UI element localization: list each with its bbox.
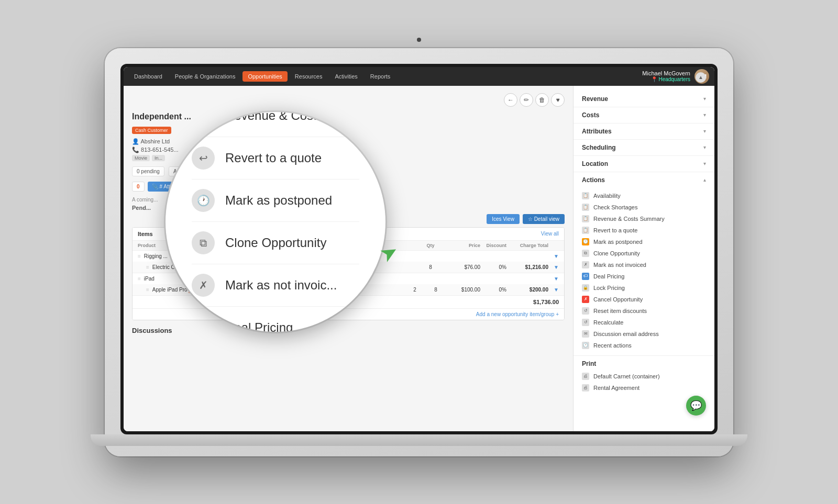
action-not-invoiced[interactable]: ✗ Mark as not invoiced bbox=[582, 259, 706, 271]
sidebar-section-actions: Actions ▴ 📋 Availability 📋 Check Shortag… bbox=[574, 172, 714, 356]
sidebar-attributes-header[interactable]: Attributes ▾ bbox=[574, 124, 714, 139]
nav-item-opportunities[interactable]: Opportunities bbox=[242, 71, 287, 82]
action-lock-pricing[interactable]: 🔒 Lock Pricing bbox=[582, 282, 706, 294]
scheduling-title: Scheduling bbox=[582, 144, 616, 151]
postponed-label: Mark as postponed bbox=[225, 193, 332, 208]
magnify-item-clone[interactable]: ⧉ Clone Opportunity bbox=[192, 222, 359, 264]
recent-actions-label: Recent actions bbox=[593, 342, 632, 349]
action-reset-discounts[interactable]: ↺ Reset item discounts bbox=[582, 305, 706, 317]
nav-item-people[interactable]: People & Organizations bbox=[170, 71, 241, 82]
rental-agreement-icon: 🖨 bbox=[582, 384, 589, 391]
laptop-camera bbox=[417, 38, 421, 42]
edit-button[interactable]: ✏ bbox=[520, 93, 533, 107]
item-chevron-ipad[interactable]: ▼ bbox=[548, 287, 559, 293]
not-invoiced-label: Mark as not invoic... bbox=[225, 278, 337, 293]
sidebar-costs-header[interactable]: Costs ▾ bbox=[574, 107, 714, 123]
nav-item-activities[interactable]: Activities bbox=[329, 71, 362, 82]
group-chevron-ipad[interactable]: ▼ bbox=[548, 276, 559, 282]
nav-item-dashboard[interactable]: Dashboard bbox=[129, 71, 168, 82]
nav-item-resources[interactable]: Resources bbox=[290, 71, 328, 82]
add-item-link[interactable]: Add a new opportunity item/group + bbox=[133, 308, 564, 320]
action-revert-quote[interactable]: 📋 Revert to a quote bbox=[582, 225, 706, 236]
delete-button[interactable]: 🗑 bbox=[535, 93, 549, 107]
recalculate-label: Recalculate bbox=[593, 319, 623, 326]
item-chevron-rigging[interactable]: ▼ bbox=[548, 264, 559, 270]
deal-pricing-sidebar-icon: 🏷 bbox=[582, 273, 589, 280]
action-check-shortages[interactable]: 📋 Check Shortages bbox=[582, 201, 706, 213]
action-availability[interactable]: 📋 Availability bbox=[582, 190, 706, 201]
revenue-title: Revenue bbox=[582, 95, 608, 103]
not-invoiced-icon: ✗ bbox=[192, 274, 215, 297]
item-disc-rigging: 0% bbox=[480, 264, 506, 270]
cancel-opportunity-label: Cancel Opportunity bbox=[593, 296, 643, 303]
location-title: Location bbox=[582, 160, 608, 167]
sidebar-location-header[interactable]: Location ▾ bbox=[574, 156, 714, 172]
drag-handle[interactable]: ≡ bbox=[138, 276, 141, 282]
sidebar-actions-header[interactable]: Actions ▴ bbox=[574, 172, 714, 188]
action-clone-opportunity[interactable]: ⧉ Clone Opportunity bbox=[582, 248, 706, 259]
print-rental-agreement[interactable]: 🖨 Rental Agreement bbox=[582, 382, 706, 394]
user-info: Michael McGovern 📍 Headquarters bbox=[642, 70, 690, 82]
revert-quote-label: Revert to a quote bbox=[593, 227, 637, 233]
left-content: ← ✏ 🗑 ♥ Independent ... Cash Customer 👤 … bbox=[124, 86, 573, 431]
recalculate-icon: ↺ bbox=[582, 319, 589, 326]
col-total: Charge Total bbox=[506, 243, 548, 248]
favorite-button[interactable]: ♥ bbox=[551, 93, 565, 107]
detail-view-button[interactable]: ☆ Detail view bbox=[523, 214, 565, 224]
check-shortages-label: Check Shortages bbox=[593, 204, 637, 210]
item-disc-ipad: 0% bbox=[480, 287, 506, 293]
deal-pricing-sidebar-label: Deal Pricing bbox=[593, 273, 624, 279]
print-section: Print 🖨 Default Carnet (container) 🖨 Ren… bbox=[574, 356, 714, 398]
check-shortages-icon: 📋 bbox=[582, 204, 589, 211]
recent-actions-icon: 🕐 bbox=[582, 342, 589, 349]
mark-postponed-label: Mark as postponed bbox=[593, 239, 643, 245]
back-button[interactable]: ← bbox=[504, 93, 517, 107]
clone-opportunity-label: Clone Opportunity bbox=[593, 250, 640, 256]
action-revenue-costs-summary[interactable]: 📋 Revenue & Costs Summary bbox=[582, 213, 706, 225]
availability-label: Availability bbox=[593, 193, 621, 199]
action-discussion-email[interactable]: ✉ Discussion email address bbox=[582, 328, 706, 340]
drag-handle[interactable]: ≡ bbox=[138, 253, 141, 259]
drag-handle-ipad[interactable]: ≡ bbox=[146, 287, 149, 293]
sidebar-revenue-header[interactable]: Revenue ▾ bbox=[574, 91, 714, 107]
sidebar-scheduling-header[interactable]: Scheduling ▾ bbox=[574, 140, 714, 155]
default-carnet-icon: 🖨 bbox=[582, 373, 589, 380]
attributes-chevron: ▾ bbox=[703, 128, 706, 134]
actions-title: Actions bbox=[582, 176, 605, 184]
magnify-item-revert[interactable]: ↩ Revert to a quote bbox=[192, 137, 359, 180]
action-cancel-opportunity[interactable]: ✗ Cancel Opportunity bbox=[582, 294, 706, 305]
chat-fab-button[interactable]: 💬 bbox=[686, 396, 706, 416]
pending-button[interactable]: 0 pending bbox=[132, 166, 164, 176]
actions-list: 📋 Availability 📋 Check Shortages 📋 Reven… bbox=[574, 188, 714, 355]
magnify-item-not-invoiced[interactable]: ✗ Mark as not invoic... bbox=[192, 264, 359, 307]
action-deal-pricing[interactable]: 🏷 Deal Pricing bbox=[582, 271, 706, 282]
item-qty-rigging: 8 bbox=[417, 264, 444, 270]
revenue-costs-summary-label: Revenue & Costs Summary bbox=[593, 216, 665, 222]
item-total-ipad: $200.00 bbox=[506, 287, 548, 293]
scheduling-chevron: ▾ bbox=[703, 144, 706, 150]
action-recalculate[interactable]: ↺ Recalculate bbox=[582, 317, 706, 328]
drag-handle[interactable]: ≡ bbox=[146, 264, 149, 270]
action-mark-postponed[interactable]: 🕐 Mark as postponed bbox=[582, 236, 706, 248]
top-nav: Dashboard People & Organizations Opportu… bbox=[124, 67, 714, 86]
sidebar-section-attributes: Attributes ▾ bbox=[574, 124, 714, 140]
revert-quote-icon: 📋 bbox=[582, 227, 589, 234]
not-invoiced-sidebar-icon: ✗ bbox=[582, 261, 589, 268]
sidebar-section-location: Location ▾ bbox=[574, 156, 714, 172]
prices-view-button[interactable]: Ices View bbox=[487, 214, 520, 224]
not-invoiced-sidebar-label: Mark as not invoiced bbox=[593, 262, 646, 268]
main-layout: ← ✏ 🗑 ♥ Independent ... Cash Customer 👤 … bbox=[124, 86, 714, 431]
default-carnet-label: Default Carnet (container) bbox=[593, 373, 660, 379]
nav-item-reports[interactable]: Reports bbox=[365, 71, 396, 82]
magnify-item-postponed[interactable]: 🕐 Mark as postponed bbox=[192, 180, 359, 222]
lock-pricing-icon: 🔒 bbox=[582, 284, 589, 292]
reset-discounts-icon: ↺ bbox=[582, 307, 589, 315]
view-all-link[interactable]: View all bbox=[541, 231, 559, 237]
action-recent-actions[interactable]: 🕐 Recent actions bbox=[582, 340, 706, 351]
group-chevron[interactable]: ▼ bbox=[548, 253, 559, 259]
item-price-ipad: $100.00 bbox=[444, 287, 480, 293]
right-sidebar: ▲ Revenue ▾ Costs ▾ bbox=[573, 86, 714, 431]
reset-discounts-label: Reset item discounts bbox=[593, 308, 647, 314]
rental-agreement-label: Rental Agreement bbox=[593, 385, 639, 391]
print-default-carnet[interactable]: 🖨 Default Carnet (container) bbox=[582, 371, 706, 382]
